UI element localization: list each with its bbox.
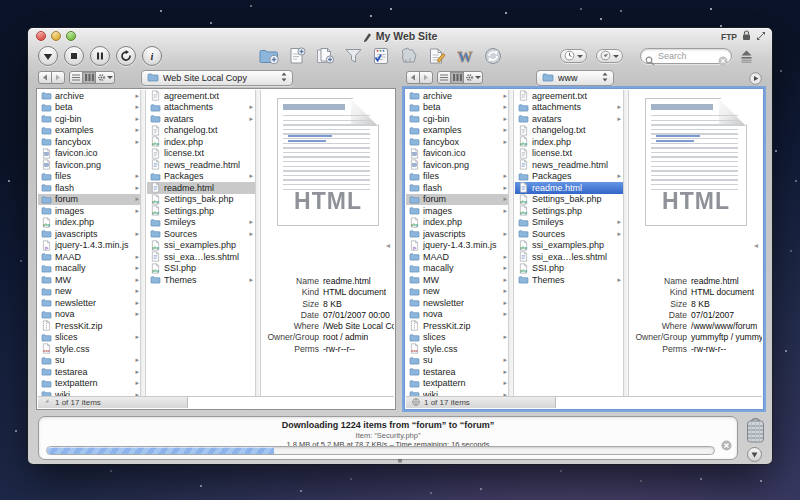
file-row-su[interactable]: su▸ <box>406 355 509 367</box>
file-row-images[interactable]: images▸ <box>406 205 509 217</box>
toggle-queue-button[interactable] <box>747 447 762 462</box>
file-row-nova[interactable]: nova▸ <box>38 309 141 321</box>
file-row-index-php[interactable]: phpindex.php <box>406 217 509 229</box>
new-folder-icon[interactable] <box>257 46 280 66</box>
collapse-column-icon[interactable]: ◂ <box>754 240 761 252</box>
file-row-favicon-png[interactable]: favicon.png <box>38 159 141 171</box>
file-row-smileys[interactable]: Smileys▸ <box>147 217 255 229</box>
search-input[interactable] <box>658 50 716 62</box>
file-row-license-txt[interactable]: license.txt <box>515 148 623 160</box>
file-row-newsletter[interactable]: newsletter▸ <box>406 297 509 309</box>
file-row-favicon-ico[interactable]: favicon.ico <box>38 148 141 160</box>
fullscreen-icon[interactable] <box>756 31 766 43</box>
file-row-style-css[interactable]: cssstyle.css <box>38 343 141 355</box>
file-row-slices[interactable]: slices▸ <box>406 332 509 344</box>
file-row-license-txt[interactable]: license.txt <box>147 148 255 160</box>
file-row-news-readme-html[interactable]: news_readme.html <box>515 159 623 171</box>
list-view-button[interactable] <box>437 71 451 84</box>
file-row-agreement-txt[interactable]: agreement.txt <box>147 90 255 102</box>
file-row-favicon-ico[interactable]: favicon.ico <box>406 148 509 160</box>
remote-location-dropdown[interactable]: www <box>536 70 614 86</box>
file-row-themes[interactable]: Themes▸ <box>515 274 623 286</box>
file-row-sources[interactable]: Sources▸ <box>147 228 255 240</box>
file-row-su[interactable]: su▸ <box>38 355 141 367</box>
file-row-settings-bak-php[interactable]: phpSettings_bak.php <box>515 194 623 206</box>
file-row-examples[interactable]: examples▸ <box>38 125 141 137</box>
file-row-javascripts[interactable]: javascripts▸ <box>38 228 141 240</box>
action-menu-button[interactable] <box>95 71 115 84</box>
file-row-forum[interactable]: forum▸ <box>406 194 509 206</box>
file-row-changelog-txt[interactable]: changelog.txt <box>147 125 255 137</box>
file-row-textpattern[interactable]: textpattern▸ <box>406 378 509 390</box>
file-row-archive[interactable]: archive▸ <box>406 90 509 102</box>
list-view-button[interactable] <box>69 71 83 84</box>
file-row-fancybox[interactable]: fancybox▸ <box>406 136 509 148</box>
file-row-textpattern[interactable]: textpattern▸ <box>38 378 141 390</box>
collapse-column-icon[interactable]: ◂ <box>386 240 393 252</box>
file-row-wiki[interactable]: wiki▸ <box>38 389 141 396</box>
file-row-themes[interactable]: Themes▸ <box>147 274 255 286</box>
file-row-new[interactable]: new▸ <box>38 286 141 298</box>
file-row-index-php[interactable]: phpindex.php <box>38 217 141 229</box>
back-button[interactable] <box>406 71 420 84</box>
tasks-icon[interactable] <box>369 46 392 66</box>
file-row-changelog-txt[interactable]: changelog.txt <box>515 125 623 137</box>
file-row-testarea[interactable]: testarea▸ <box>406 366 509 378</box>
file-row-agreement-txt[interactable]: agreement.txt <box>515 90 623 102</box>
duplicate-file-icon[interactable] <box>313 46 336 66</box>
file-row-settings-bak-php[interactable]: phpSettings_bak.php <box>147 194 255 206</box>
file-row-beta[interactable]: beta▸ <box>406 102 509 114</box>
file-row-favicon-png[interactable]: favicon.png <box>406 159 509 171</box>
file-row-presskit-zip[interactable]: PressKit.zip <box>406 320 509 332</box>
file-row-settings-php[interactable]: phpSettings.php <box>147 205 255 217</box>
download-button[interactable] <box>38 46 58 66</box>
filter-icon[interactable] <box>341 46 364 66</box>
column-scrollbar[interactable] <box>140 90 146 396</box>
disconnect-button[interactable] <box>736 47 756 65</box>
file-row-ssi-examples-php[interactable]: phpssi_examples.php <box>147 240 255 252</box>
file-row-mw[interactable]: MW▸ <box>38 274 141 286</box>
file-row-flash[interactable]: flash▸ <box>38 182 141 194</box>
file-row-mw[interactable]: MW▸ <box>406 274 509 286</box>
archive-icon[interactable] <box>397 46 420 66</box>
file-row-wiki[interactable]: wiki▸ <box>406 389 509 396</box>
play-button[interactable] <box>749 71 762 89</box>
file-row-news-readme-html[interactable]: news_readme.html <box>147 159 255 171</box>
file-row-forum[interactable]: forum▸ <box>38 194 141 206</box>
file-row-ssi-exa-les-shtml[interactable]: ssi_exa…les.shtml <box>515 251 623 263</box>
file-row-cgi-bin[interactable]: cgi-bin▸ <box>38 113 141 125</box>
column-view-button[interactable] <box>82 71 96 84</box>
info-button[interactable]: i <box>142 46 162 66</box>
new-file-icon[interactable] <box>285 46 308 66</box>
file-row-attachments[interactable]: attachments▸ <box>147 102 255 114</box>
history-menu-button[interactable] <box>560 49 587 63</box>
file-row-ssi-php[interactable]: phpSSI.php <box>515 263 623 275</box>
file-row-presskit-zip[interactable]: PressKit.zip <box>38 320 141 332</box>
file-row-nova[interactable]: nova▸ <box>406 309 509 321</box>
forward-button[interactable] <box>51 71 65 84</box>
sync-icon[interactable] <box>481 46 504 66</box>
file-row-smileys[interactable]: Smileys▸ <box>515 217 623 229</box>
file-row-files[interactable]: files▸ <box>406 171 509 183</box>
file-row-readme-html[interactable]: readme.html <box>515 182 623 194</box>
schedule-menu-button[interactable] <box>596 49 623 63</box>
file-row-jquery-1-4-3-min-js[interactable]: jsjquery-1.4.3.min.js <box>406 240 509 252</box>
stop-button[interactable] <box>64 46 84 66</box>
file-row-slices[interactable]: slices▸ <box>38 332 141 344</box>
file-row-jquery-1-4-3-min-js[interactable]: jsjquery-1.4.3.min.js <box>38 240 141 252</box>
window-resize-dimple[interactable] <box>398 459 402 463</box>
file-row-macally[interactable]: macally▸ <box>38 263 141 275</box>
cancel-transfer-button[interactable] <box>721 437 732 455</box>
edit-file-icon[interactable] <box>425 46 448 66</box>
resize-grip-icon[interactable] <box>44 398 51 407</box>
file-row-images[interactable]: images▸ <box>38 205 141 217</box>
file-row-maad[interactable]: MAAD▸ <box>38 251 141 263</box>
file-row-settings-php[interactable]: phpSettings.php <box>515 205 623 217</box>
back-button[interactable] <box>38 71 52 84</box>
file-row-index-php[interactable]: phpindex.php <box>515 136 623 148</box>
file-row-javascripts[interactable]: javascripts▸ <box>406 228 509 240</box>
file-row-index-php[interactable]: phpindex.php <box>147 136 255 148</box>
bookmarks-icon[interactable]: WW <box>453 46 476 66</box>
file-row-ssi-examples-php[interactable]: phpssi_examples.php <box>515 240 623 252</box>
column-scrollbar[interactable] <box>508 90 514 396</box>
